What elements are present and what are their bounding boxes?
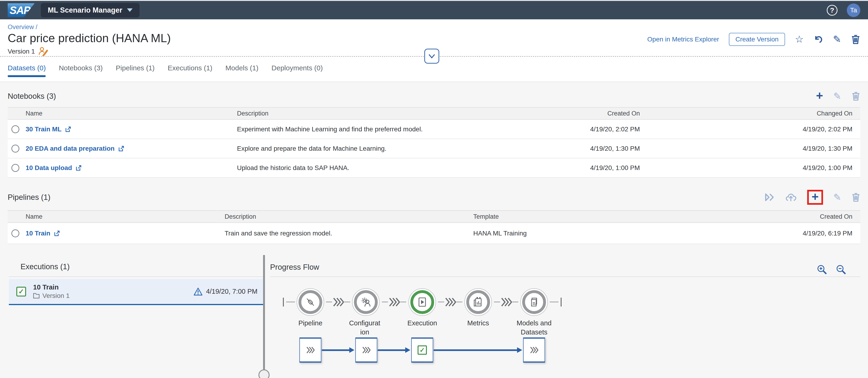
- notebooks-title: Notebooks (3): [8, 92, 56, 101]
- add-pipeline-button[interactable]: +: [812, 190, 818, 202]
- flow-dash: [382, 302, 388, 302]
- notebooks-table: Name Description Created On Changed On 3…: [8, 107, 860, 178]
- flow-node-execution[interactable]: [408, 288, 436, 316]
- execution-list-item[interactable]: ✓ 10 Train Version 1 4/19/20, 7:00 PM: [9, 279, 263, 305]
- undo-icon[interactable]: [813, 34, 823, 44]
- edit-pencil-icon[interactable]: ✎: [833, 34, 841, 44]
- flow-dash: [456, 302, 462, 302]
- zoom-in-icon[interactable]: [816, 264, 827, 275]
- pipeline-icon: [305, 297, 316, 308]
- step-node[interactable]: [300, 338, 321, 363]
- collapse-header-button[interactable]: [424, 49, 439, 64]
- col-changed: Changed On: [646, 107, 860, 120]
- execution-success-checkbox-icon: ✓: [16, 287, 26, 296]
- executions-pane: Executions (1) ✓ 10 Train Version 1 4/19…: [9, 254, 263, 378]
- configuration-gear-user-icon: [360, 297, 371, 308]
- progress-flow-divider: [270, 277, 860, 277]
- executions-divider: [9, 277, 263, 277]
- pipelines-section: Pipelines (1) + ✎: [0, 178, 868, 244]
- row-radio[interactable]: [11, 125, 19, 133]
- vertical-splitter[interactable]: [263, 255, 265, 378]
- create-version-button[interactable]: Create Version: [729, 33, 785, 46]
- zoom-out-icon[interactable]: [836, 264, 846, 275]
- tab-deployments[interactable]: Deployments (0): [272, 64, 323, 77]
- app-title: ML Scenario Manager: [48, 6, 122, 14]
- tab-executions[interactable]: Executions (1): [168, 64, 213, 77]
- col-description: Description: [237, 107, 536, 120]
- progress-flow-title: Progress Flow: [270, 263, 319, 272]
- help-icon[interactable]: ?: [827, 5, 837, 15]
- edit-notebook-button[interactable]: ✎: [833, 92, 841, 101]
- edit-pipeline-button[interactable]: ✎: [833, 193, 841, 202]
- table-row[interactable]: 10 Train Train and save the regression m…: [8, 223, 860, 244]
- col-created: Created On: [730, 211, 860, 223]
- notebook-link[interactable]: 20 EDA and data preparation: [26, 145, 124, 152]
- tab-models[interactable]: Models (1): [225, 64, 258, 77]
- execution-timestamp: 4/19/20, 7:00 PM: [206, 288, 257, 295]
- pipelines-header-row: Name Description Template Created On: [8, 211, 860, 223]
- flow-label: Models and Datasets: [515, 319, 553, 337]
- notebook-link[interactable]: 10 Data upload: [26, 164, 82, 171]
- version-folder-icon: [33, 293, 40, 298]
- tab-bar: Datasets (0) Notebooks (3) Pipelines (1)…: [8, 64, 323, 77]
- flow-chevrons-icon: [333, 297, 344, 307]
- delete-notebook-button[interactable]: [851, 92, 860, 101]
- step-arrow: [322, 349, 350, 351]
- flow-label: Metrics: [461, 319, 496, 328]
- delete-trash-icon[interactable]: [851, 34, 860, 44]
- sap-logo-text: SAP: [8, 5, 30, 15]
- open-in-metrics-explorer-link[interactable]: Open in Metrics Explorer: [647, 36, 719, 43]
- tab-pipelines[interactable]: Pipelines (1): [116, 64, 155, 77]
- version-label: Version 1: [8, 48, 35, 55]
- step-node[interactable]: [523, 338, 545, 363]
- col-template: Template: [473, 211, 730, 223]
- add-notebook-button[interactable]: +: [816, 89, 823, 101]
- delete-pipeline-button[interactable]: [851, 193, 860, 202]
- flow-node-models-datasets[interactable]: [520, 288, 548, 316]
- tab-notebooks[interactable]: Notebooks (3): [59, 64, 102, 77]
- breadcrumb[interactable]: Overview /: [8, 24, 37, 31]
- col-created: Created On: [536, 107, 646, 120]
- step-node-completed[interactable]: ✓: [411, 338, 433, 363]
- pipelines-table: Name Description Template Created On 10 …: [8, 210, 860, 244]
- content-area: Notebooks (3) + ✎ Name Description Creat…: [0, 82, 868, 378]
- metrics-clipboard-icon: [473, 297, 484, 308]
- flow-node-configuration[interactable]: [352, 288, 380, 316]
- step-node[interactable]: [355, 338, 377, 363]
- table-row[interactable]: 20 EDA and data preparation Explore and …: [8, 139, 860, 158]
- flow-label: Pipeline: [293, 319, 328, 328]
- col-name: Name: [26, 107, 237, 120]
- flow-end-cap: [561, 297, 562, 307]
- flow-dash: [326, 302, 332, 302]
- flow-node-metrics[interactable]: [464, 288, 492, 316]
- page-title: Car price prediction (HANA ML): [8, 31, 171, 45]
- flow-start-cap: [283, 297, 284, 307]
- pipelines-toolbar: + ✎: [764, 190, 860, 205]
- col-description: Description: [225, 211, 473, 223]
- favorite-star-icon[interactable]: ☆: [795, 34, 804, 44]
- flow-chevrons-icon: [501, 297, 512, 307]
- notebook-link[interactable]: 30 Train ML: [26, 126, 71, 133]
- execute-pipeline-icon[interactable]: [764, 193, 775, 202]
- pipelines-title: Pipelines (1): [8, 193, 50, 202]
- edit-version-icon[interactable]: [38, 47, 49, 56]
- flow-label: Execution: [405, 319, 440, 328]
- flow-dash: [494, 302, 500, 302]
- pipeline-link[interactable]: 10 Train: [26, 230, 60, 237]
- app-title-menu[interactable]: ML Scenario Manager: [41, 3, 140, 18]
- tab-datasets[interactable]: Datasets (0): [8, 64, 46, 77]
- row-radio[interactable]: [11, 145, 19, 153]
- table-row[interactable]: 30 Train ML Experiment with Machine Lear…: [8, 120, 860, 139]
- executions-flow-panel: Executions (1) ✓ 10 Train Version 1 4/19…: [0, 254, 868, 378]
- row-radio[interactable]: [11, 164, 19, 172]
- row-radio[interactable]: [11, 229, 19, 237]
- ml-scenario-manager-page: SAP ML Scenario Manager ? Ta Overview / …: [0, 0, 868, 378]
- sap-logo[interactable]: SAP: [8, 3, 35, 17]
- upload-cloud-icon[interactable]: [785, 192, 797, 202]
- table-row[interactable]: 10 Data upload Upload the historic data …: [8, 158, 860, 178]
- chevron-down-icon: [127, 8, 132, 12]
- avatar[interactable]: Ta: [847, 3, 860, 17]
- flow-node-pipeline[interactable]: [297, 288, 324, 316]
- execution-play-icon: [417, 297, 427, 308]
- open-external-icon: [54, 230, 60, 237]
